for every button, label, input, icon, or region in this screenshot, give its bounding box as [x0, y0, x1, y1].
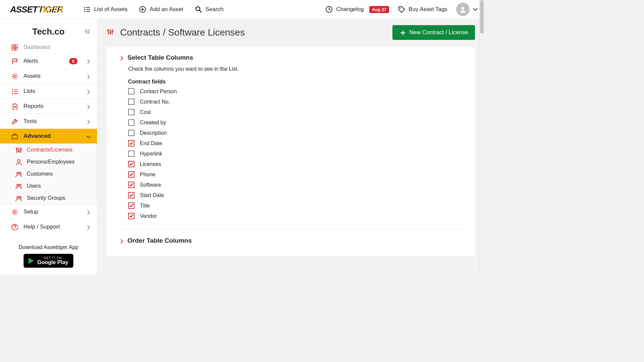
sidebar-item-help[interactable]: Help / Support [0, 219, 97, 234]
sidebar-item-label: Setup [23, 208, 79, 215]
section-divider [118, 229, 464, 230]
column-checkbox[interactable] [128, 192, 135, 198]
check-row: Start Date [128, 192, 464, 198]
column-checkbox-label: Description [140, 130, 167, 136]
settings-panel: Select Table Columns Check the columns y… [107, 47, 475, 256]
check-row: End Date [128, 140, 464, 146]
sliders-icon [107, 28, 115, 37]
nav-buy-tags[interactable]: Buy Asset Tags [398, 6, 447, 13]
column-checkbox[interactable] [128, 88, 135, 95]
gplay-store: Google Play [37, 259, 68, 265]
section-order-columns[interactable]: Order Table Columns [118, 237, 464, 244]
check-row: Description [128, 130, 464, 136]
column-checkbox[interactable] [128, 182, 135, 188]
column-checkbox[interactable] [128, 202, 135, 209]
sidebar-subitem-security[interactable]: Security Groups [0, 192, 97, 204]
nav-changelog[interactable]: Changelog Aug 27 [325, 6, 389, 13]
column-checkbox[interactable] [128, 119, 135, 126]
company-name: Tech.co [32, 26, 64, 37]
chevron-down-icon [472, 6, 479, 13]
sliders-icon [15, 146, 22, 153]
sidebar: Tech.co Dashboard Alerts 0 Assets [0, 19, 97, 275]
column-checkbox[interactable] [128, 171, 135, 178]
column-checkbox-label: Contract No. [140, 99, 170, 105]
sidebar-item-dashboard[interactable]: Dashboard [0, 44, 97, 53]
list-icon [83, 6, 91, 13]
logo[interactable]: ASSET TIGER [10, 4, 63, 15]
sidebar-item-tools[interactable]: Tools [0, 114, 97, 129]
nav-add-asset[interactable]: Add an Asset [139, 6, 183, 13]
search-icon [195, 6, 202, 13]
sidebar-item-assets[interactable]: Assets [0, 68, 97, 83]
check-row: Vendor [128, 213, 464, 219]
play-triangle-icon [29, 258, 34, 264]
chevron-right-icon [85, 88, 91, 94]
column-checkbox[interactable] [128, 130, 135, 136]
gear-icon [11, 208, 18, 215]
people-icon [15, 171, 22, 177]
section-title: Select Table Columns [127, 54, 193, 61]
plus-circle-icon [139, 6, 146, 13]
sidebar-subitem-label: Security Groups [27, 195, 65, 201]
column-checkbox[interactable] [128, 99, 135, 105]
clock-icon [325, 6, 333, 13]
main-content: Contracts / Software Licenses New Contra… [97, 19, 484, 275]
download-text: Download Assettiger App [0, 244, 97, 250]
sidebar-item-label: Advanced [23, 133, 79, 139]
google-play-button[interactable]: GET IT ON Google Play [23, 254, 73, 268]
sidebar-item-lists[interactable]: Lists [0, 83, 97, 99]
sidebar-nav: Dashboard Alerts 0 Assets Lists Reports [0, 44, 97, 240]
section-select-columns[interactable]: Select Table Columns [118, 54, 464, 61]
chevron-right-icon [118, 55, 124, 61]
column-checkbox-label: Vendor [140, 213, 157, 219]
user-menu[interactable] [456, 3, 479, 16]
briefcase-icon [11, 133, 18, 139]
changelog-label: Changelog [336, 6, 364, 13]
help-icon [11, 224, 18, 230]
dashboard-icon [11, 44, 18, 51]
doc-icon [11, 103, 18, 110]
column-checkbox-label: Start Date [140, 192, 164, 198]
wrench-icon [11, 118, 18, 125]
sidebar-subitem-contracts[interactable]: Contracts/Licenses [0, 144, 97, 156]
sidebar-item-reports[interactable]: Reports [0, 99, 97, 114]
sidebar-item-label: Reports [23, 103, 79, 110]
sidebar-item-setup[interactable]: Setup [0, 204, 97, 219]
sidebar-item-alerts[interactable]: Alerts 0 [0, 53, 97, 68]
new-contract-button[interactable]: New Contract / License [392, 25, 475, 40]
nav-search[interactable]: Search [195, 6, 224, 13]
column-checkbox-label: Software [140, 182, 161, 188]
sidebar-item-advanced[interactable]: Advanced [0, 129, 97, 143]
logo-asset: ASSET [10, 4, 38, 15]
chevron-right-icon [118, 238, 124, 244]
check-row: Contact Person [128, 88, 464, 95]
check-row: Phone [128, 171, 464, 178]
column-checkbox-label: Licenses [140, 161, 161, 167]
column-checkbox[interactable] [128, 150, 135, 157]
check-row: Software [128, 182, 464, 188]
chevron-down-icon [85, 133, 91, 139]
sidebar-subnav-advanced: Contracts/Licenses Persons/Employees Cus… [0, 143, 97, 204]
nav-label: Add an Asset [150, 6, 183, 13]
scrollbar-thumb[interactable] [480, 0, 484, 34]
nav-list-of-assets[interactable]: List of Assets [83, 6, 127, 13]
scrollbar[interactable] [479, 0, 484, 275]
column-checkbox-label: Cost [140, 109, 151, 115]
fieldset-label: Contract fields [128, 79, 464, 85]
nav-label: Search [206, 6, 224, 13]
column-checkbox-label: Created by [140, 120, 166, 126]
sidebar-subitem-users[interactable]: Users [0, 180, 97, 192]
column-checkbox[interactable] [128, 109, 135, 115]
column-checkbox[interactable] [128, 161, 135, 167]
download-block: Download Assettiger App GET IT ON Google… [0, 240, 97, 275]
buy-tags-label: Buy Asset Tags [409, 6, 447, 13]
chevron-right-icon [85, 58, 91, 64]
sidebar-subitem-persons[interactable]: Persons/Employees [0, 156, 97, 168]
logo-tiger: TIGER [38, 4, 63, 15]
sidebar-subitem-label: Customers [27, 171, 53, 177]
check-row: Cost [128, 109, 464, 115]
collapse-sidebar-button[interactable] [84, 28, 91, 35]
column-checkbox[interactable] [128, 140, 135, 146]
sidebar-subitem-customers[interactable]: Customers [0, 168, 97, 180]
column-checkbox[interactable] [128, 213, 135, 219]
